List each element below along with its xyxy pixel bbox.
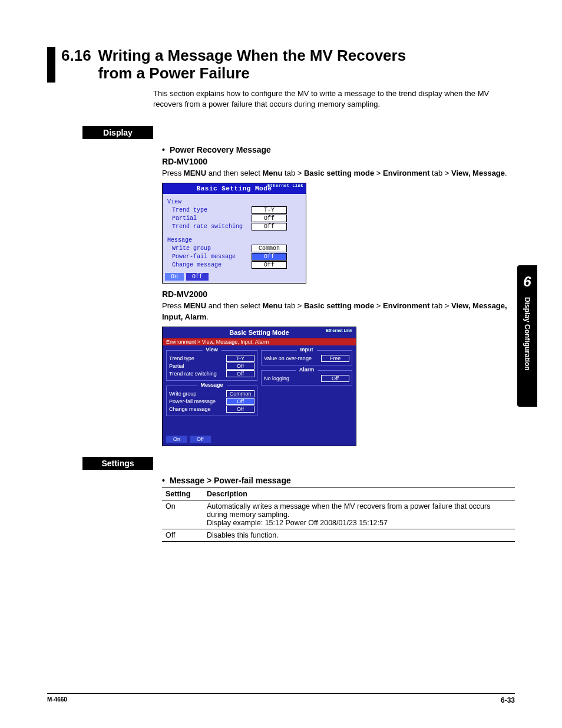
group-view: View — [167, 199, 301, 205]
table-row: Off Disables this function. — [162, 529, 515, 541]
bullet-power-recovery: •Power Recovery Message — [162, 145, 515, 154]
off-button[interactable]: Off — [186, 273, 209, 281]
section-heading: 6.16Writing a Message When the MV Recove… — [47, 47, 515, 83]
settings-heading: Settings — [82, 457, 153, 470]
screen1-title: Basic Setting Mode — [197, 185, 272, 192]
page-number: 6-33 — [501, 696, 515, 704]
over-range-value[interactable]: Free — [321, 355, 349, 362]
doc-id: M-4660 — [47, 696, 67, 704]
screenshot-mv1000: Basic Setting Mode Ethernet Link View Tr… — [162, 183, 306, 284]
partial-value[interactable]: Off — [252, 215, 287, 222]
bullet-power-fail-message: •Message > Power-fail message — [162, 476, 515, 485]
intro-text: This section explains how to configure t… — [153, 88, 515, 110]
table-row: On Automatically writes a message when t… — [162, 500, 515, 529]
settings-table: Setting Description On Automatically wri… — [162, 487, 515, 542]
trend-rate-value-2[interactable]: Off — [226, 370, 254, 377]
trend-type-value[interactable]: T-Y — [252, 206, 287, 214]
write-group-value[interactable]: Common — [252, 245, 287, 252]
chapter-tab: 6 Display Configuration — [517, 265, 537, 407]
legend-alarm: Alarm — [296, 367, 318, 373]
th-description: Description — [203, 487, 515, 500]
change-message-value[interactable]: Off — [252, 261, 287, 269]
screenshot-mv2000: Basic Setting Mode Ethernet Link Environ… — [162, 327, 356, 446]
mv2000-instructions: Press MENU and then select Menu tab > Ba… — [162, 300, 515, 323]
breadcrumb: Environment > View, Message, Input, Alar… — [163, 338, 356, 345]
display-heading: Display — [82, 126, 153, 139]
mv1000-instructions: Press MENU and then select Menu tab > Ba… — [162, 167, 515, 179]
trend-type-value-2[interactable]: T-Y — [226, 355, 254, 362]
section-title-l2: from a Power Failure — [98, 64, 250, 82]
ethernet-link-label-2: Ethernet Link — [326, 328, 352, 332]
legend-view: View — [202, 347, 221, 353]
on-button-2[interactable]: On — [166, 436, 187, 443]
trend-rate-value[interactable]: Off — [252, 223, 287, 230]
write-group-value-2[interactable]: Common — [226, 390, 254, 397]
no-logging-value[interactable]: Off — [321, 375, 349, 382]
group-message: Message — [167, 237, 301, 243]
chapter-number: 6 — [523, 274, 531, 290]
model-mv2000: RD-MV2000 — [162, 289, 515, 299]
legend-input: Input — [297, 347, 317, 353]
legend-message: Message — [197, 382, 226, 388]
th-setting: Setting — [162, 487, 203, 500]
model-mv1000: RD-MV1000 — [162, 157, 515, 166]
power-fail-value[interactable]: Off — [252, 253, 287, 261]
on-button[interactable]: On — [165, 273, 184, 281]
partial-value-2[interactable]: Off — [226, 363, 254, 370]
screen2-title: Basic Setting Mode — [229, 329, 289, 336]
power-fail-value-2[interactable]: Off — [226, 398, 254, 405]
off-button-2[interactable]: Off — [190, 436, 211, 443]
ethernet-link-label: Ethernet Link — [267, 184, 303, 188]
section-number: 6.16 — [61, 47, 91, 65]
page-footer: M-4660 6-33 — [47, 693, 515, 704]
section-title-l1: Writing a Message When the MV Recovers — [98, 47, 406, 64]
change-message-value-2[interactable]: Off — [226, 406, 254, 413]
chapter-title: Display Configuration — [523, 297, 531, 371]
